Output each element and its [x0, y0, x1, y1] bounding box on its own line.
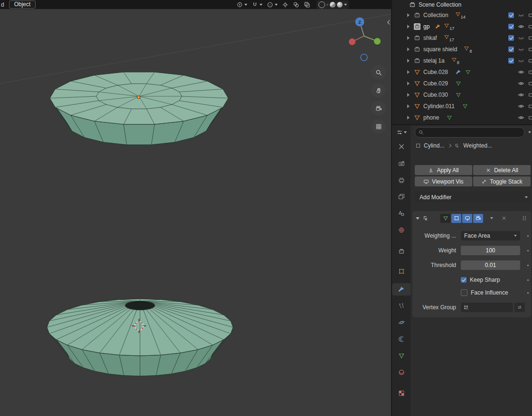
outliner-row-cube-028[interactable]: Cube.028 [392, 66, 532, 78]
display-in-editmode-toggle[interactable] [440, 214, 450, 223]
disable-render-icon[interactable] [528, 12, 532, 18]
outliner-row-collection[interactable]: Collection 14 [392, 9, 532, 21]
apply-all-button[interactable]: Apply All [415, 165, 472, 175]
hide-eye-icon[interactable] [518, 92, 524, 98]
tab-scene[interactable] [392, 208, 411, 219]
outliner-row-square-shield[interactable]: square shield 8 [392, 44, 532, 55]
disable-render-icon[interactable] [528, 80, 532, 87]
transform-pivot-button[interactable] [236, 1, 247, 8]
expand-arrow-icon[interactable] [407, 36, 410, 40]
exclude-checkbox[interactable] [508, 58, 514, 64]
tab-object-data[interactable] [392, 350, 411, 361]
hide-eye-icon[interactable] [518, 46, 524, 53]
shading-solid-active[interactable] [327, 4, 328, 6]
navigation-gizmo[interactable]: Z [343, 14, 386, 63]
delete-all-button[interactable]: Delete All [473, 165, 531, 175]
outliner-row-cylinder-011[interactable]: Cylinder.011 [392, 101, 532, 112]
animate-dot-icon[interactable] [527, 235, 529, 237]
display-render-toggle[interactable] [473, 214, 483, 223]
viewport-vis-button[interactable]: Viewport Vis [415, 176, 472, 186]
remove-modifier-icon[interactable] [501, 215, 507, 221]
display-on-cage-toggle[interactable] [451, 214, 461, 223]
animate-dot-icon[interactable] [527, 265, 529, 266]
keep-sharp-checkbox[interactable] [461, 277, 467, 283]
tab-material[interactable] [392, 367, 411, 378]
expand-arrow-icon[interactable] [407, 70, 410, 74]
tab-modifiers[interactable] [392, 283, 411, 296]
outliner-row-cube-029[interactable]: Cube.029 [392, 78, 532, 89]
tab-output[interactable] [392, 175, 411, 186]
tab-view-layer[interactable] [392, 191, 411, 203]
exclude-checkbox[interactable] [508, 12, 514, 18]
gizmo-x-ball[interactable] [349, 38, 355, 45]
shading-material-icon[interactable] [330, 2, 336, 8]
mesh-disc-bottom[interactable] [47, 299, 233, 376]
disable-render-icon[interactable] [528, 46, 532, 53]
expand-arrow-icon[interactable] [407, 25, 410, 28]
mesh-disc-top[interactable] [50, 72, 228, 145]
disable-render-icon[interactable] [528, 103, 532, 110]
weight-field[interactable]: 100 [461, 246, 520, 255]
disable-render-icon[interactable] [528, 23, 532, 30]
panel-expand-icon[interactable] [416, 217, 420, 220]
gizmo-y-ball[interactable] [374, 38, 381, 45]
hide-eye-icon[interactable] [518, 12, 524, 18]
outliner-row-gp[interactable]: gp 17 [392, 21, 532, 32]
disable-render-icon[interactable] [528, 69, 532, 75]
animate-dot-icon[interactable] [527, 292, 529, 294]
expand-arrow-icon[interactable] [407, 13, 410, 17]
expand-arrow-icon[interactable] [407, 82, 410, 85]
hide-eye-icon[interactable] [518, 35, 524, 41]
region-collapse-icon[interactable] [385, 19, 392, 26]
hide-eye-icon[interactable] [518, 103, 524, 110]
hide-eye-icon[interactable] [518, 80, 524, 87]
exclude-checkbox[interactable] [508, 24, 514, 29]
animate-dot-icon[interactable] [527, 250, 529, 251]
editor-type-button[interactable] [396, 129, 407, 136]
hide-eye-icon[interactable] [518, 69, 524, 75]
zoom-button[interactable] [371, 65, 386, 80]
toggle-view-button[interactable] [371, 119, 386, 134]
expand-arrow-icon[interactable] [407, 104, 410, 108]
expand-arrow-icon[interactable] [407, 93, 410, 97]
snapping-button[interactable] [252, 1, 262, 8]
hide-eye-icon[interactable] [518, 114, 524, 121]
tab-render[interactable] [392, 158, 411, 169]
weighting-mode-dropdown[interactable]: Face Area [461, 231, 520, 240]
hide-eye-icon[interactable] [518, 57, 524, 64]
exclude-checkbox[interactable] [508, 35, 514, 41]
gizmo-neg-z-ball[interactable] [361, 54, 367, 61]
face-influence-checkbox[interactable] [461, 289, 467, 296]
proportional-editing-button[interactable] [267, 1, 278, 8]
breadcrumb-object[interactable]: Cylind... [424, 142, 444, 149]
tab-particles[interactable] [392, 300, 411, 312]
tab-world[interactable] [392, 224, 411, 236]
modifier-extras-icon[interactable] [490, 217, 493, 219]
expand-arrow-icon[interactable] [407, 59, 410, 63]
expand-arrow-icon[interactable] [407, 47, 410, 51]
threshold-field[interactable]: 0.01 [461, 260, 520, 270]
tab-physics[interactable] [392, 317, 411, 328]
hide-eye-icon[interactable] [518, 23, 524, 30]
pan-button[interactable] [371, 83, 386, 98]
exclude-checkbox[interactable] [508, 46, 514, 52]
add-modifier-button[interactable]: Add Modifier [415, 192, 531, 203]
toggle-stack-button[interactable]: Toggle Stack [473, 176, 531, 186]
show-overlays-icon[interactable] [293, 1, 299, 8]
outliner-row-shkaf[interactable]: shkaf 17 [392, 32, 532, 44]
shading-wireframe-icon[interactable] [318, 1, 325, 8]
object-origin-dot[interactable] [137, 96, 140, 99]
tab-texture[interactable] [392, 388, 411, 399]
search-input[interactable] [415, 127, 524, 138]
search-text-field[interactable] [427, 129, 521, 136]
shading-rendered-icon[interactable] [337, 2, 343, 8]
viewport-canvas[interactable] [0, 0, 391, 416]
tab-tool[interactable] [392, 141, 411, 152]
disable-render-icon[interactable] [528, 35, 532, 41]
breadcrumb-modifier[interactable]: Weighted... [463, 142, 492, 149]
invert-vertex-group-button[interactable] [514, 303, 525, 312]
camera-view-button[interactable] [371, 101, 386, 116]
viewport-3d[interactable]: d Object [0, 0, 392, 416]
disable-render-icon[interactable] [528, 114, 532, 121]
show-gizmos-icon[interactable] [282, 1, 289, 8]
